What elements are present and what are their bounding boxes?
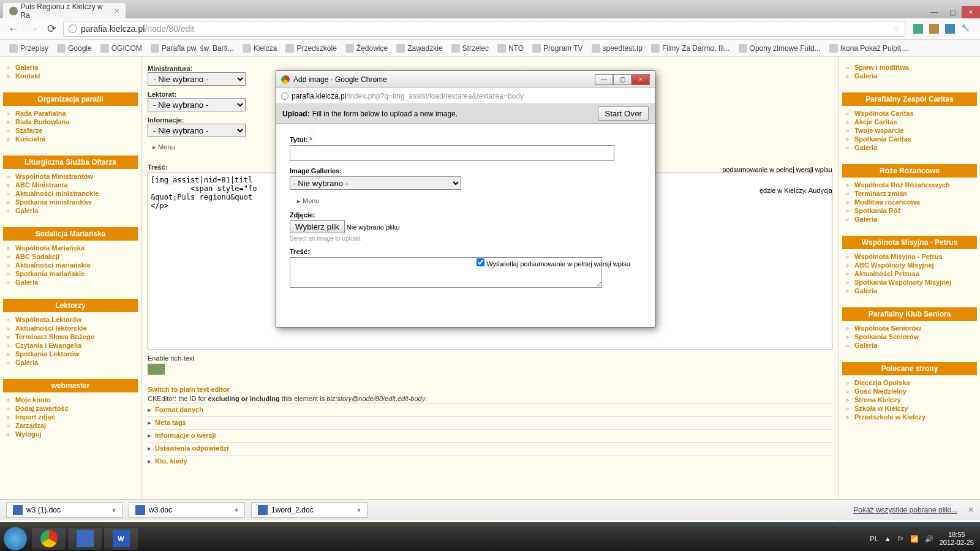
sidebar-item[interactable]: Aktualności ministranckie bbox=[15, 189, 138, 198]
sidebar-item[interactable]: Import zdjęć bbox=[15, 413, 138, 421]
sidebar-item[interactable]: Wspólnota Ministrantów bbox=[15, 172, 138, 181]
sidebar-item[interactable]: Rada Parafialna bbox=[15, 109, 138, 118]
sidebar-item[interactable]: Galeria bbox=[854, 287, 977, 295]
enable-rich-text-link[interactable]: Enable rich-text bbox=[148, 354, 832, 362]
sidebar-item[interactable]: Przedszkole w Kielczy bbox=[854, 413, 977, 421]
download-item[interactable]: 1word_2.doc▾ bbox=[251, 502, 368, 518]
sidebar-item[interactable]: Modlitwa różańcowa bbox=[854, 198, 977, 206]
sidebar-item[interactable]: Rada Budowlana bbox=[15, 118, 138, 126]
galleries-select[interactable]: - Nie wybrano - bbox=[290, 176, 461, 190]
clock[interactable]: 18:55 2012-02-25 bbox=[940, 531, 974, 547]
bookmark-item[interactable]: Przedszkole bbox=[282, 43, 339, 54]
chevron-down-icon[interactable]: ▾ bbox=[112, 506, 116, 514]
collapse-row[interactable]: Format danych bbox=[148, 403, 832, 415]
popup-maximize-button[interactable]: ▢ bbox=[613, 74, 631, 85]
flag-icon[interactable]: 🏳 bbox=[897, 535, 904, 542]
minimize-button[interactable]: — bbox=[925, 6, 943, 18]
switch-plain-link[interactable]: Switch to plain text editor bbox=[148, 386, 230, 393]
bookmark-item[interactable]: NTO bbox=[494, 43, 527, 54]
sidebar-item[interactable]: Terminarz zmian bbox=[854, 189, 977, 198]
sidebar-item[interactable]: Szkoła w Kielczy bbox=[854, 404, 977, 413]
bookmark-item[interactable]: Kielcza bbox=[239, 43, 281, 54]
bookmark-item[interactable]: Przepisy bbox=[6, 43, 51, 54]
close-button[interactable]: × bbox=[962, 6, 980, 18]
sidebar-item[interactable]: Wspólnota Seniorów bbox=[854, 324, 977, 332]
taskbar-app-word[interactable]: W bbox=[104, 528, 138, 550]
sidebar-item[interactable]: Wspólnota Róż Różańcowych bbox=[854, 181, 977, 189]
close-shelf-button[interactable]: × bbox=[968, 504, 974, 515]
download-item[interactable]: w3.doc▾ bbox=[129, 502, 245, 518]
sidebar-item[interactable]: Aktualności Petrusa bbox=[854, 269, 977, 278]
volume-icon[interactable]: 🔊 bbox=[925, 535, 933, 543]
field-select[interactable]: - Nie wybrano - bbox=[148, 72, 246, 86]
sidebar-item[interactable]: Galeria bbox=[15, 63, 138, 72]
sidebar-item[interactable]: Galeria bbox=[15, 358, 138, 367]
bookmark-item[interactable]: Opony zimowe Fuld... bbox=[736, 43, 824, 54]
taskbar-app-chrome[interactable] bbox=[32, 528, 66, 550]
bookmark-item[interactable]: Filmy Za Darmo, fil... bbox=[648, 43, 733, 54]
choose-file-button[interactable]: Wybierz plik bbox=[290, 220, 345, 233]
sidebar-item[interactable]: ABC Sodalicji bbox=[15, 252, 138, 261]
sidebar-item[interactable]: Moje konto bbox=[15, 395, 138, 404]
sidebar-item[interactable]: Galeria bbox=[15, 206, 138, 215]
sidebar-item[interactable]: Aktualności lektorskie bbox=[15, 324, 138, 332]
chevron-down-icon[interactable]: ▾ bbox=[235, 506, 238, 514]
collapse-row[interactable]: Informacje o wersji bbox=[148, 429, 832, 441]
show-all-downloads-link[interactable]: Pokaż wszystkie pobrane pliki... bbox=[853, 506, 957, 514]
collapse-row[interactable]: Meta tags bbox=[148, 416, 832, 428]
sidebar-item[interactable]: Twoje wsparcie bbox=[854, 126, 977, 135]
browser-tab[interactable]: Puls Regionu z Kielczy w Ra × bbox=[3, 3, 126, 18]
back-button[interactable]: ← bbox=[6, 23, 21, 36]
sidebar-item[interactable]: Wyloguj bbox=[15, 430, 138, 438]
bookmark-item[interactable]: Program TV bbox=[529, 43, 586, 54]
bookmark-item[interactable]: Google bbox=[54, 43, 95, 54]
bookmark-item[interactable]: Zawadzkie bbox=[393, 43, 445, 54]
title-input[interactable] bbox=[290, 145, 614, 161]
sidebar-item[interactable]: Spotkania Wspólnoty Misyjnej bbox=[854, 278, 977, 287]
network-icon[interactable]: 📶 bbox=[910, 535, 919, 543]
sidebar-item[interactable]: Czytania i Ewangelia bbox=[15, 341, 138, 350]
sidebar-item[interactable]: Wspólnota Mariańska bbox=[15, 244, 138, 252]
popup-close-button[interactable]: × bbox=[631, 74, 650, 85]
ext-icon[interactable] bbox=[913, 24, 923, 34]
sidebar-item[interactable]: Aktualności mariańskie bbox=[15, 261, 138, 269]
field-select[interactable]: - Nie wybrano - bbox=[148, 98, 246, 111]
sidebar-item[interactable]: Kontakt bbox=[15, 72, 138, 80]
bookmark-star-icon[interactable]: ☆ bbox=[894, 25, 900, 33]
popup-menu-collapse[interactable]: Menu bbox=[297, 197, 641, 205]
start-over-button[interactable]: Start Over bbox=[598, 107, 649, 121]
sidebar-item[interactable]: Galeria bbox=[854, 143, 977, 152]
field-select[interactable]: - Nie wybrano - bbox=[148, 124, 246, 137]
sidebar-item[interactable]: Strona Kielczy bbox=[854, 395, 977, 404]
url-bar[interactable]: parafia.kielcza.pl/node/80/edit ☆ bbox=[63, 21, 905, 37]
sidebar-item[interactable]: Spotkania Caritas bbox=[854, 135, 977, 143]
bookmark-item[interactable]: speedtest.tp bbox=[589, 43, 646, 54]
sidebar-item[interactable]: Szafarze bbox=[15, 126, 138, 135]
bookmark-item[interactable]: Żędowice bbox=[342, 43, 391, 54]
sidebar-item[interactable]: Spotkania mariańskie bbox=[15, 269, 138, 278]
tab-close-icon[interactable]: × bbox=[115, 6, 119, 16]
ext-icon[interactable] bbox=[945, 24, 955, 34]
bookmark-item[interactable]: Ikona Pokaż Pulpit ... bbox=[826, 43, 913, 54]
sidebar-item[interactable]: Śpiew i modlitwa bbox=[854, 63, 977, 72]
sidebar-item[interactable]: Spotkania ministrantów bbox=[15, 198, 138, 206]
sidebar-item[interactable]: Spotkania Seniorów bbox=[854, 332, 977, 341]
bookmark-item[interactable]: Parafia pw. św. Bartł... bbox=[148, 43, 237, 54]
taskbar-app-explorer[interactable] bbox=[68, 528, 102, 550]
image-assist-icon[interactable] bbox=[148, 364, 165, 375]
popup-url-bar[interactable]: parafia.kielcza.pl/index.php?q=img_assis… bbox=[276, 88, 655, 104]
forward-button[interactable]: → bbox=[26, 23, 40, 36]
sidebar-item[interactable]: Diecezja Opolska bbox=[854, 378, 977, 387]
sidebar-item[interactable]: Kościelni bbox=[15, 135, 138, 143]
chevron-down-icon[interactable]: ▾ bbox=[357, 506, 361, 514]
sidebar-item[interactable]: Dodaj zawartość bbox=[15, 404, 138, 413]
sidebar-item[interactable]: Spotkania Lektorów bbox=[15, 350, 138, 358]
reload-button[interactable]: ⟳ bbox=[45, 22, 58, 36]
sidebar-item[interactable]: Wspólnota Lektorów bbox=[15, 315, 138, 324]
bookmark-item[interactable]: OGICOM bbox=[97, 43, 145, 54]
sidebar-item[interactable]: Galeria bbox=[854, 72, 977, 80]
sidebar-item[interactable]: Wspólnota Misyjna - Petrus bbox=[854, 252, 977, 261]
maximize-button[interactable]: ▢ bbox=[943, 6, 962, 18]
sidebar-item[interactable]: Galeria bbox=[854, 341, 977, 350]
sidebar-item[interactable]: Terminarz Słowa Bożego bbox=[15, 332, 138, 341]
